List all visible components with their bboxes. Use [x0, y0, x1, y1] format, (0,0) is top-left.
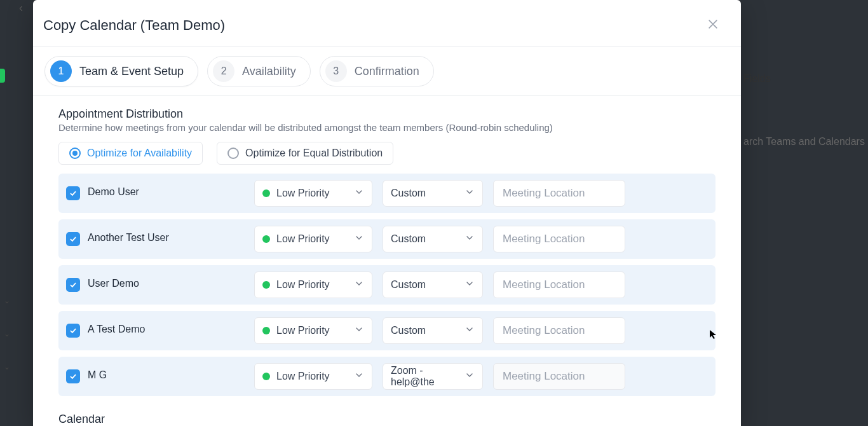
chevron-down-icon — [354, 187, 364, 200]
chevron-down-icon — [354, 324, 364, 337]
optimize-availability-option[interactable]: Optimize for Availability — [58, 142, 203, 165]
status-dot-icon — [262, 327, 270, 334]
chevron-down-icon — [354, 233, 364, 245]
type-value: Custom — [391, 233, 426, 245]
step-label: Confirmation — [355, 65, 419, 78]
chevron-down-icon — [465, 278, 475, 291]
step-label: Team & Event Setup — [79, 65, 184, 78]
distribution-subtitle: Determine how meetings from your calenda… — [58, 122, 715, 133]
member-checkbox[interactable] — [66, 278, 80, 292]
step-confirmation[interactable]: 3 Confirmation — [320, 56, 434, 86]
type-value: Custom — [391, 325, 426, 336]
member-name: M G — [88, 369, 107, 381]
member-row: User Demo Low Priority Custom — [58, 265, 715, 305]
priority-dropdown[interactable]: Low Priority — [254, 271, 372, 298]
distribution-title: Appointment Distribution — [58, 107, 715, 121]
chevron-down-icon — [465, 324, 475, 337]
type-dropdown[interactable]: Custom — [383, 271, 483, 298]
step-team-event-setup[interactable]: 1 Team & Event Setup — [44, 56, 198, 86]
priority-value: Low Priority — [276, 279, 330, 291]
status-dot-icon — [262, 373, 270, 380]
member-left: Another Test User — [66, 232, 244, 246]
chevron-down-icon: ⌄ — [4, 362, 10, 371]
radio-label: Optimize for Equal Distribution — [245, 148, 383, 159]
type-dropdown[interactable]: Custom — [383, 180, 483, 207]
status-dot-icon — [262, 235, 270, 243]
chevron-down-icon — [465, 233, 475, 245]
meeting-location-input[interactable] — [493, 271, 625, 298]
close-icon — [707, 23, 719, 32]
member-checkbox[interactable] — [66, 324, 80, 338]
optimize-equal-option[interactable]: Optimize for Equal Distribution — [217, 142, 393, 165]
type-dropdown[interactable]: Zoom - help@the — [383, 363, 483, 390]
member-name: A Test Demo — [88, 324, 145, 335]
member-left: Demo User — [66, 186, 244, 200]
type-value: Custom — [391, 188, 426, 199]
step-number: 3 — [325, 60, 347, 82]
type-dropdown[interactable]: Custom — [383, 317, 483, 344]
member-name: Demo User — [88, 186, 139, 198]
type-value: Zoom - help@the — [391, 365, 465, 388]
calendar-title: Calendar — [58, 413, 715, 426]
type-value: Custom — [391, 279, 426, 291]
meeting-location-input — [493, 363, 625, 390]
priority-dropdown[interactable]: Low Priority — [254, 226, 372, 252]
modal-title: Copy Calendar (Team Demo) — [43, 17, 225, 34]
chevron-down-icon — [354, 278, 364, 291]
meeting-location-input[interactable] — [493, 226, 625, 252]
member-checkbox[interactable] — [66, 186, 80, 200]
meeting-location-input[interactable] — [493, 317, 625, 344]
member-checkbox[interactable] — [66, 369, 80, 383]
priority-dropdown[interactable]: Low Priority — [254, 317, 372, 344]
close-button[interactable] — [703, 14, 723, 36]
member-row: A Test Demo Low Priority Custom — [58, 311, 715, 350]
status-dot-icon — [262, 281, 270, 289]
radio-icon — [69, 148, 81, 159]
sidebar-accent — [0, 69, 5, 83]
priority-value: Low Priority — [276, 325, 330, 336]
status-dot-icon — [262, 189, 270, 197]
step-label: Availability — [242, 65, 296, 78]
member-left: User Demo — [66, 278, 244, 292]
radio-icon — [227, 148, 239, 159]
back-chevron-icon: ‹ — [19, 1, 23, 15]
step-availability[interactable]: 2 Availability — [207, 56, 311, 86]
chevron-down-icon — [354, 370, 364, 383]
priority-dropdown[interactable]: Low Priority — [254, 363, 372, 390]
member-checkbox[interactable] — [66, 232, 80, 246]
chevron-down-icon — [465, 370, 475, 383]
modal-header: Copy Calendar (Team Demo) — [33, 0, 741, 47]
member-row: Demo User Low Priority Custom — [58, 174, 715, 213]
member-name: User Demo — [88, 278, 139, 289]
priority-value: Low Priority — [276, 233, 330, 245]
chevron-down-icon: ⌄ — [4, 296, 10, 305]
bg-fields-text: Fields — [743, 73, 771, 85]
radio-label: Optimize for Availability — [87, 148, 192, 159]
stepper: 1 Team & Event Setup 2 Availability 3 Co… — [33, 47, 741, 96]
distribution-options: Optimize for Availability Optimize for E… — [58, 142, 715, 165]
member-name: Another Test User — [88, 232, 169, 244]
member-row: Another Test User Low Priority Custom — [58, 219, 715, 259]
member-row: M G Low Priority Zoom - help@the — [58, 357, 715, 396]
step-number: 1 — [50, 60, 72, 82]
priority-value: Low Priority — [276, 371, 330, 382]
type-dropdown[interactable]: Custom — [383, 226, 483, 252]
copy-calendar-modal: Copy Calendar (Team Demo) 1 Team & Event… — [33, 0, 741, 426]
bg-search-text: arch Teams and Calendars — [743, 136, 865, 148]
chevron-down-icon: ⌄ — [4, 329, 10, 338]
meeting-location-input[interactable] — [493, 180, 625, 207]
priority-value: Low Priority — [276, 188, 330, 199]
member-left: M G — [66, 369, 244, 383]
member-left: A Test Demo — [66, 324, 244, 338]
step-number: 2 — [213, 60, 234, 82]
chevron-down-icon — [465, 187, 475, 200]
priority-dropdown[interactable]: Low Priority — [254, 180, 372, 207]
modal-body: Appointment Distribution Determine how m… — [33, 96, 741, 426]
